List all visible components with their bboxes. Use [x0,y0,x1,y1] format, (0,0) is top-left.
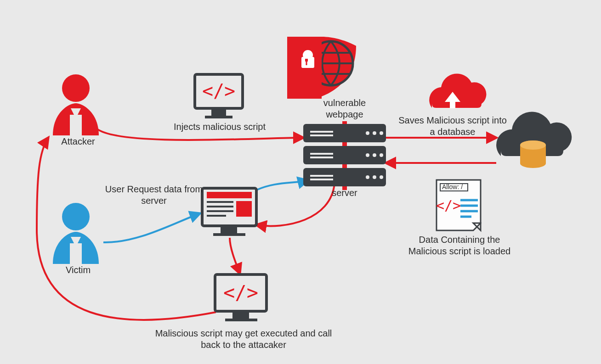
svg-rect-59 [232,312,249,319]
svg-rect-52 [207,192,252,198]
svg-point-41 [520,140,546,150]
vuln-page-label: vulnerable webpage [312,97,377,120]
server-label: server [322,187,368,199]
svg-point-27 [380,131,383,135]
svg-rect-34 [310,179,333,180]
victim-browser-icon [202,188,256,236]
svg-rect-53 [207,201,233,203]
icons-layer: </> </> </> [0,0,601,364]
svg-rect-55 [207,210,233,212]
inject-script-label: Injects malicious script [164,121,275,133]
svg-rect-56 [207,215,226,217]
svg-rect-28 [310,153,333,155]
svg-point-31 [373,153,376,157]
save-db-label: Saves Malicious script into a database [395,115,510,138]
svg-rect-39 [450,100,455,108]
svg-rect-29 [310,157,333,158]
svg-point-2 [62,203,90,230]
svg-point-36 [373,175,376,179]
svg-rect-24 [310,134,333,136]
attacker-icon [53,74,99,135]
svg-rect-16 [301,57,314,68]
svg-rect-6 [205,116,232,118]
svg-rect-5 [211,109,226,116]
svg-text:</>: </> [436,197,461,213]
svg-point-32 [380,153,383,157]
svg-point-37 [380,175,383,179]
vulnerable-webpage-icon [287,37,358,101]
svg-rect-23 [310,131,333,133]
svg-rect-50 [221,227,237,233]
svg-text:</>: </> [223,281,258,304]
allow-tag-label: Allow: / [442,183,470,191]
svg-point-30 [366,153,369,157]
data-loaded-label: Data Containing the Malicious script is … [400,234,519,257]
victim-icon [53,203,99,264]
attacker-label: Attacker [55,136,101,147]
svg-rect-33 [310,175,333,177]
svg-point-0 [62,74,90,102]
inject-script-icon: </> [195,74,243,118]
svg-rect-57 [236,201,252,217]
callback-label: Maliscious script may get executed and c… [152,328,335,351]
server-icon [303,121,386,190]
victim-label: Victim [55,264,101,276]
svg-text:</>: </> [202,80,235,101]
user-request-label: User Request data from server [103,184,204,207]
svg-rect-54 [207,206,233,207]
svg-point-35 [366,175,369,179]
svg-point-26 [373,131,376,135]
upload-cloud-icon [429,73,486,108]
svg-rect-60 [225,319,257,321]
svg-rect-51 [213,233,245,236]
svg-point-25 [366,131,369,135]
malicious-script-icon: </> [215,274,266,321]
